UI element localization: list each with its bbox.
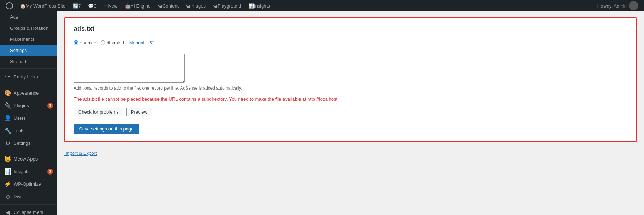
error-text: The ads.txt file cannot be placed becaus…	[74, 96, 307, 102]
sidebar-label-tools: Tools	[14, 128, 53, 133]
wp-optimize-icon: ⚡	[4, 181, 11, 187]
updates-count: 7	[78, 3, 81, 9]
divi-icon: ◇	[4, 193, 11, 200]
wp-logo[interactable]	[3, 2, 16, 9]
sidebar-label-collapse: Collapse menu	[14, 210, 53, 215]
manual-link[interactable]: Manual	[129, 40, 145, 46]
radio-enabled[interactable]	[74, 40, 78, 45]
sidebar-item-users[interactable]: 👤 Users	[0, 112, 57, 124]
error-message: The ads.txt file cannot be placed becaus…	[74, 96, 628, 102]
users-icon: 👤	[4, 115, 11, 121]
site-name: My WordPress Site	[26, 3, 65, 9]
adminbar-comments[interactable]: 💬 0	[85, 0, 99, 11]
radio-disabled-label[interactable]: disabled	[101, 40, 124, 46]
images-icon: 🌤	[186, 3, 190, 9]
sidebar-item-wp-optimize[interactable]: ⚡ WP-Optimize	[0, 178, 57, 190]
sidebar-label-plugins: Plugins	[14, 103, 45, 108]
error-link[interactable]: http://localhost	[307, 96, 337, 102]
action-buttons: Check for problems Preview	[74, 108, 628, 116]
sidebar-label-settings: Settings	[10, 48, 53, 53]
adminbar-site[interactable]: 🏠 My WordPress Site	[17, 0, 68, 11]
howdy-label: Howdy, Admin	[597, 3, 627, 9]
sidebar-item-plugins[interactable]: 🔌 Plugins 3	[0, 99, 57, 112]
sidebar-item-groups[interactable]: Groups & Rotation	[0, 23, 57, 34]
playground-label: Playground	[218, 3, 241, 9]
plus-icon: ＋	[103, 3, 108, 9]
save-button[interactable]: Save settings on this page	[74, 124, 139, 134]
sidebar-item-support[interactable]: Support	[0, 56, 57, 67]
adminbar-insights[interactable]: 📊 Insights	[245, 0, 273, 11]
images-label: Images	[190, 3, 206, 9]
adminbar-updates[interactable]: 🔄 7	[70, 0, 84, 11]
insights-bar-label: Insights	[254, 3, 270, 9]
sidebar-item-tools[interactable]: 🔧 Tools	[0, 124, 57, 137]
settings-icon: ⚙	[4, 140, 11, 147]
sidebar-label-groups: Groups & Rotation	[10, 25, 53, 31]
sidebar-label-divi: Divi	[14, 194, 53, 199]
sidebar-item-divi[interactable]: ◇ Divi	[0, 190, 57, 203]
comments-count: 0	[94, 3, 96, 9]
content-icon: 🌤	[158, 3, 162, 9]
avatar	[629, 1, 638, 10]
sidebar-item-settings-menu[interactable]: ⚙ Settings	[0, 137, 57, 149]
sidebar-label-wp-optimize: WP-Optimize	[14, 181, 53, 187]
ai-engine-icon: 🤖	[125, 3, 131, 9]
sidebar-label-support: Support	[10, 59, 53, 64]
sidebar-item-appearance[interactable]: 🎨 Appearance	[0, 87, 57, 99]
sidebar-item-collapse[interactable]: ◀ Collapse menu	[0, 206, 57, 215]
comments-icon: 💬	[88, 3, 94, 9]
insights-icon: 📊	[4, 168, 11, 175]
playground-icon: 🌤	[213, 3, 218, 9]
sidebar-item-insights[interactable]: 📊 Insights 3	[0, 165, 57, 178]
preview-button[interactable]: Preview	[126, 108, 152, 116]
sidebar-label-placements: Placements	[10, 37, 53, 42]
tools-icon: 🔧	[4, 127, 11, 134]
adminbar-new[interactable]: ＋ New	[101, 0, 120, 11]
sidebar-item-settings[interactable]: Settings	[0, 45, 57, 56]
adminbar-playground[interactable]: 🌤 Playground	[210, 0, 244, 11]
adminbar-content[interactable]: 🌤 Content	[155, 0, 182, 11]
pretty-links-icon: 〜	[4, 73, 11, 81]
sidebar-label-pretty-links: Pretty Links	[14, 74, 53, 80]
sidebar-label-appearance: Appearance	[14, 90, 53, 96]
sidebar-label-insights: Insights	[14, 169, 45, 174]
plugins-icon: 🔌	[4, 102, 11, 109]
insights-badge: 3	[47, 169, 53, 175]
sidebar-label-ads: Ads	[10, 14, 53, 20]
import-export-link[interactable]: Import & Export	[64, 150, 97, 156]
sidebar-item-placements[interactable]: Placements	[0, 34, 57, 45]
new-label: New	[108, 3, 117, 9]
collapse-icon: ◀	[4, 209, 11, 215]
radio-enabled-label[interactable]: enabled	[74, 40, 96, 46]
adminbar-ai-engine[interactable]: 🤖 AI Engine	[122, 0, 153, 11]
updates-icon: 🔄	[73, 3, 78, 9]
meow-apps-icon: 🐱	[4, 156, 11, 162]
sidebar-item-ads[interactable]: Ads	[0, 11, 57, 23]
radio-enabled-text: enabled	[80, 40, 96, 46]
mode-radio-group: enabled disabled Manual 🛡	[74, 40, 628, 46]
radio-disabled-text: disabled	[107, 40, 124, 46]
sidebar-label-settings-menu: Settings	[14, 140, 53, 146]
appearance-icon: 🎨	[4, 90, 11, 96]
sidebar-label-users: Users	[14, 115, 53, 121]
radio-disabled[interactable]	[101, 40, 105, 45]
sidebar-item-meow-apps[interactable]: 🐱 Meow Apps	[0, 153, 57, 165]
section-title: ads.txt	[74, 25, 628, 33]
site-icon: 🏠	[20, 3, 26, 9]
adminbar-images[interactable]: 🌤 Images	[183, 0, 209, 11]
ads-txt-section: ads.txt enabled disabled Manual 🛡 Additi…	[64, 17, 637, 142]
sidebar-label-meow-apps: Meow Apps	[14, 156, 53, 162]
info-icon[interactable]: 🛡	[150, 40, 155, 46]
plugins-badge: 3	[47, 103, 53, 109]
sidebar-item-pretty-links[interactable]: 〜 Pretty Links	[0, 70, 57, 83]
adminbar-howdy[interactable]: Howdy, Admin	[595, 0, 641, 11]
ai-engine-label: AI Engine	[131, 3, 151, 9]
content-label: Content	[162, 3, 179, 9]
check-problems-button[interactable]: Check for problems	[74, 108, 123, 116]
ads-txt-textarea[interactable]	[74, 54, 185, 83]
insights-bar-icon: 📊	[248, 3, 254, 9]
textarea-hint: Additional records to add to the file, o…	[74, 86, 628, 91]
